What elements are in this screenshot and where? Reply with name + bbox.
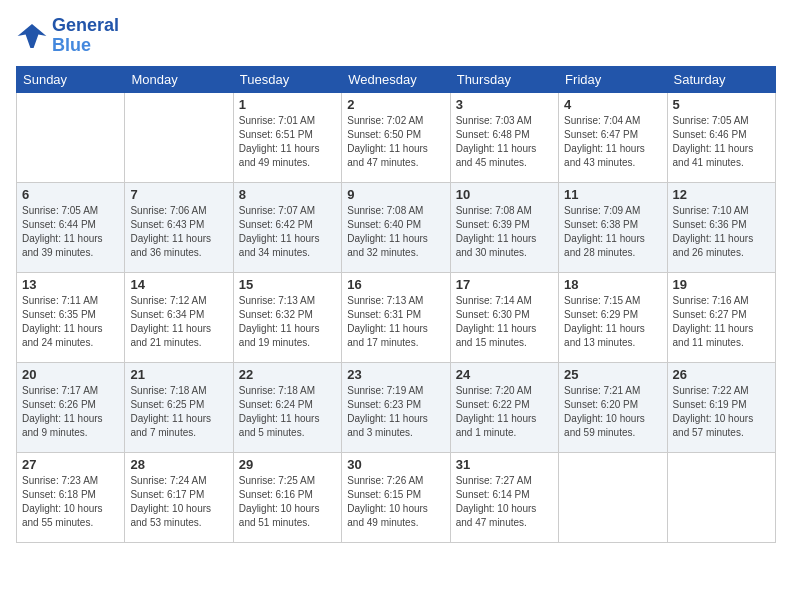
calendar-cell: 18Sunrise: 7:15 AM Sunset: 6:29 PM Dayli…: [559, 272, 667, 362]
day-number: 27: [22, 457, 119, 472]
day-number: 15: [239, 277, 336, 292]
calendar-cell: [125, 92, 233, 182]
day-number: 20: [22, 367, 119, 382]
day-number: 11: [564, 187, 661, 202]
day-info: Sunrise: 7:18 AM Sunset: 6:24 PM Dayligh…: [239, 384, 336, 440]
calendar-cell: 16Sunrise: 7:13 AM Sunset: 6:31 PM Dayli…: [342, 272, 450, 362]
weekday-header-wednesday: Wednesday: [342, 66, 450, 92]
day-number: 1: [239, 97, 336, 112]
calendar-table: SundayMondayTuesdayWednesdayThursdayFrid…: [16, 66, 776, 543]
svg-marker-0: [18, 24, 47, 48]
calendar-cell: 20Sunrise: 7:17 AM Sunset: 6:26 PM Dayli…: [17, 362, 125, 452]
calendar-cell: [17, 92, 125, 182]
day-info: Sunrise: 7:15 AM Sunset: 6:29 PM Dayligh…: [564, 294, 661, 350]
day-info: Sunrise: 7:23 AM Sunset: 6:18 PM Dayligh…: [22, 474, 119, 530]
weekday-header-monday: Monday: [125, 66, 233, 92]
day-info: Sunrise: 7:25 AM Sunset: 6:16 PM Dayligh…: [239, 474, 336, 530]
calendar-cell: 17Sunrise: 7:14 AM Sunset: 6:30 PM Dayli…: [450, 272, 558, 362]
day-number: 12: [673, 187, 770, 202]
day-info: Sunrise: 7:16 AM Sunset: 6:27 PM Dayligh…: [673, 294, 770, 350]
day-number: 16: [347, 277, 444, 292]
calendar-cell: 13Sunrise: 7:11 AM Sunset: 6:35 PM Dayli…: [17, 272, 125, 362]
calendar-cell: 26Sunrise: 7:22 AM Sunset: 6:19 PM Dayli…: [667, 362, 775, 452]
calendar-cell: 31Sunrise: 7:27 AM Sunset: 6:14 PM Dayli…: [450, 452, 558, 542]
calendar-cell: 4Sunrise: 7:04 AM Sunset: 6:47 PM Daylig…: [559, 92, 667, 182]
day-info: Sunrise: 7:18 AM Sunset: 6:25 PM Dayligh…: [130, 384, 227, 440]
calendar-cell: 27Sunrise: 7:23 AM Sunset: 6:18 PM Dayli…: [17, 452, 125, 542]
day-info: Sunrise: 7:07 AM Sunset: 6:42 PM Dayligh…: [239, 204, 336, 260]
calendar-cell: 10Sunrise: 7:08 AM Sunset: 6:39 PM Dayli…: [450, 182, 558, 272]
calendar-cell: 15Sunrise: 7:13 AM Sunset: 6:32 PM Dayli…: [233, 272, 341, 362]
day-number: 14: [130, 277, 227, 292]
day-number: 24: [456, 367, 553, 382]
day-number: 18: [564, 277, 661, 292]
calendar-cell: [559, 452, 667, 542]
day-number: 31: [456, 457, 553, 472]
day-number: 9: [347, 187, 444, 202]
weekday-header-friday: Friday: [559, 66, 667, 92]
day-info: Sunrise: 7:10 AM Sunset: 6:36 PM Dayligh…: [673, 204, 770, 260]
calendar-week-row: 13Sunrise: 7:11 AM Sunset: 6:35 PM Dayli…: [17, 272, 776, 362]
day-number: 3: [456, 97, 553, 112]
day-info: Sunrise: 7:19 AM Sunset: 6:23 PM Dayligh…: [347, 384, 444, 440]
day-number: 28: [130, 457, 227, 472]
day-number: 30: [347, 457, 444, 472]
calendar-cell: 6Sunrise: 7:05 AM Sunset: 6:44 PM Daylig…: [17, 182, 125, 272]
weekday-header-saturday: Saturday: [667, 66, 775, 92]
calendar-week-row: 6Sunrise: 7:05 AM Sunset: 6:44 PM Daylig…: [17, 182, 776, 272]
calendar-cell: 29Sunrise: 7:25 AM Sunset: 6:16 PM Dayli…: [233, 452, 341, 542]
day-info: Sunrise: 7:01 AM Sunset: 6:51 PM Dayligh…: [239, 114, 336, 170]
day-info: Sunrise: 7:26 AM Sunset: 6:15 PM Dayligh…: [347, 474, 444, 530]
day-number: 7: [130, 187, 227, 202]
day-info: Sunrise: 7:11 AM Sunset: 6:35 PM Dayligh…: [22, 294, 119, 350]
calendar-cell: 12Sunrise: 7:10 AM Sunset: 6:36 PM Dayli…: [667, 182, 775, 272]
calendar-cell: [667, 452, 775, 542]
page-header: General Blue: [16, 16, 776, 56]
day-number: 2: [347, 97, 444, 112]
day-number: 19: [673, 277, 770, 292]
calendar-cell: 23Sunrise: 7:19 AM Sunset: 6:23 PM Dayli…: [342, 362, 450, 452]
day-number: 25: [564, 367, 661, 382]
day-info: Sunrise: 7:08 AM Sunset: 6:39 PM Dayligh…: [456, 204, 553, 260]
day-info: Sunrise: 7:12 AM Sunset: 6:34 PM Dayligh…: [130, 294, 227, 350]
day-info: Sunrise: 7:04 AM Sunset: 6:47 PM Dayligh…: [564, 114, 661, 170]
calendar-week-row: 1Sunrise: 7:01 AM Sunset: 6:51 PM Daylig…: [17, 92, 776, 182]
day-info: Sunrise: 7:02 AM Sunset: 6:50 PM Dayligh…: [347, 114, 444, 170]
day-number: 23: [347, 367, 444, 382]
calendar-cell: 25Sunrise: 7:21 AM Sunset: 6:20 PM Dayli…: [559, 362, 667, 452]
calendar-week-row: 20Sunrise: 7:17 AM Sunset: 6:26 PM Dayli…: [17, 362, 776, 452]
day-info: Sunrise: 7:20 AM Sunset: 6:22 PM Dayligh…: [456, 384, 553, 440]
day-info: Sunrise: 7:22 AM Sunset: 6:19 PM Dayligh…: [673, 384, 770, 440]
day-info: Sunrise: 7:13 AM Sunset: 6:32 PM Dayligh…: [239, 294, 336, 350]
day-number: 13: [22, 277, 119, 292]
weekday-header-row: SundayMondayTuesdayWednesdayThursdayFrid…: [17, 66, 776, 92]
weekday-header-sunday: Sunday: [17, 66, 125, 92]
weekday-header-thursday: Thursday: [450, 66, 558, 92]
day-info: Sunrise: 7:05 AM Sunset: 6:46 PM Dayligh…: [673, 114, 770, 170]
day-number: 8: [239, 187, 336, 202]
calendar-cell: 14Sunrise: 7:12 AM Sunset: 6:34 PM Dayli…: [125, 272, 233, 362]
logo: General Blue: [16, 16, 119, 56]
calendar-cell: 2Sunrise: 7:02 AM Sunset: 6:50 PM Daylig…: [342, 92, 450, 182]
day-info: Sunrise: 7:17 AM Sunset: 6:26 PM Dayligh…: [22, 384, 119, 440]
day-number: 4: [564, 97, 661, 112]
day-info: Sunrise: 7:14 AM Sunset: 6:30 PM Dayligh…: [456, 294, 553, 350]
calendar-cell: 7Sunrise: 7:06 AM Sunset: 6:43 PM Daylig…: [125, 182, 233, 272]
logo-text: General Blue: [52, 16, 119, 56]
day-info: Sunrise: 7:05 AM Sunset: 6:44 PM Dayligh…: [22, 204, 119, 260]
day-number: 22: [239, 367, 336, 382]
day-number: 10: [456, 187, 553, 202]
day-number: 6: [22, 187, 119, 202]
weekday-header-tuesday: Tuesday: [233, 66, 341, 92]
calendar-cell: 28Sunrise: 7:24 AM Sunset: 6:17 PM Dayli…: [125, 452, 233, 542]
day-number: 17: [456, 277, 553, 292]
calendar-cell: 22Sunrise: 7:18 AM Sunset: 6:24 PM Dayli…: [233, 362, 341, 452]
logo-icon: [16, 20, 48, 52]
day-number: 26: [673, 367, 770, 382]
day-info: Sunrise: 7:08 AM Sunset: 6:40 PM Dayligh…: [347, 204, 444, 260]
calendar-cell: 21Sunrise: 7:18 AM Sunset: 6:25 PM Dayli…: [125, 362, 233, 452]
calendar-week-row: 27Sunrise: 7:23 AM Sunset: 6:18 PM Dayli…: [17, 452, 776, 542]
calendar-cell: 19Sunrise: 7:16 AM Sunset: 6:27 PM Dayli…: [667, 272, 775, 362]
calendar-cell: 5Sunrise: 7:05 AM Sunset: 6:46 PM Daylig…: [667, 92, 775, 182]
calendar-cell: 8Sunrise: 7:07 AM Sunset: 6:42 PM Daylig…: [233, 182, 341, 272]
